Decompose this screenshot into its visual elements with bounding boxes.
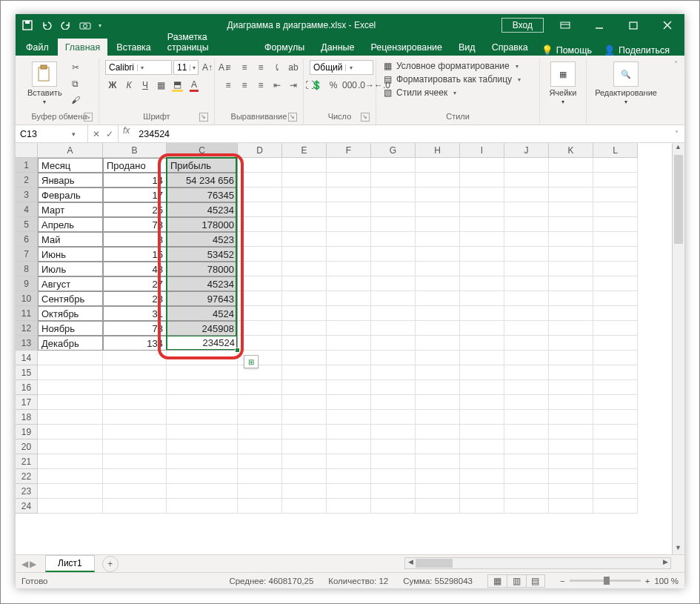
cell[interactable] — [38, 425, 103, 439]
cell[interactable] — [103, 439, 167, 454]
sheet-nav-prev-icon[interactable]: ◀ — [21, 559, 28, 569]
font-name-combo[interactable]: Calibri▾ — [105, 60, 172, 75]
cell[interactable] — [504, 410, 549, 425]
cell[interactable] — [282, 484, 327, 499]
cell[interactable] — [238, 158, 282, 173]
cell[interactable] — [371, 336, 416, 351]
cell[interactable] — [593, 454, 638, 469]
cell[interactable] — [416, 202, 460, 217]
cell[interactable] — [371, 410, 416, 425]
cell[interactable] — [371, 232, 416, 247]
cell[interactable]: Май — [38, 232, 103, 247]
underline-button[interactable]: Ч — [138, 78, 153, 93]
cell[interactable]: Февраль — [38, 187, 103, 202]
row-header[interactable]: 17 — [16, 395, 38, 410]
cell[interactable] — [549, 232, 593, 247]
row-header[interactable]: 12 — [16, 321, 38, 336]
tab-page-layout[interactable]: Разметка страницы — [160, 28, 256, 56]
cell[interactable]: Июнь — [38, 247, 103, 262]
cell[interactable]: 53452 — [167, 247, 238, 262]
cell[interactable] — [549, 469, 593, 484]
cell[interactable] — [504, 351, 549, 365]
cell[interactable] — [38, 499, 103, 514]
cell[interactable] — [371, 217, 416, 232]
cell[interactable] — [103, 351, 167, 365]
wrap-text-icon[interactable]: ab — [286, 60, 301, 75]
number-format-combo[interactable]: Общий▾ — [310, 60, 373, 75]
cell[interactable] — [549, 306, 593, 321]
cell[interactable] — [167, 454, 238, 469]
cell[interactable] — [327, 187, 371, 202]
cell[interactable] — [416, 173, 460, 187]
italic-button[interactable]: К — [121, 78, 136, 93]
font-dialog-launcher[interactable]: ↘ — [199, 113, 208, 122]
new-sheet-button[interactable]: + — [102, 556, 119, 572]
cell[interactable] — [593, 380, 638, 395]
decrease-indent-icon[interactable]: ⇤ — [270, 78, 284, 93]
cell[interactable] — [416, 158, 460, 173]
cell[interactable] — [504, 484, 549, 499]
worksheet-grid[interactable]: ABCDEFGHIJKL1234567891011121314151617181… — [16, 143, 684, 554]
row-header[interactable]: 6 — [16, 232, 38, 247]
cell[interactable] — [460, 425, 504, 439]
cell[interactable] — [371, 262, 416, 276]
camera-icon[interactable] — [79, 19, 91, 31]
cell[interactable] — [38, 351, 103, 365]
row-header[interactable]: 5 — [16, 217, 38, 232]
cell[interactable] — [549, 291, 593, 306]
cell[interactable]: 4523 — [167, 232, 238, 247]
cell[interactable] — [38, 439, 103, 454]
cell[interactable] — [238, 202, 282, 217]
cells-button[interactable]: ▦ Ячейки ▾ — [547, 60, 578, 107]
cell[interactable] — [282, 276, 327, 291]
row-header[interactable]: 2 — [16, 173, 38, 187]
cell[interactable] — [327, 202, 371, 217]
cell[interactable] — [549, 217, 593, 232]
row-header[interactable]: 1 — [16, 158, 38, 173]
cell[interactable] — [460, 187, 504, 202]
align-right-icon[interactable]: ≡ — [253, 78, 268, 93]
cell[interactable] — [327, 380, 371, 395]
cell[interactable] — [103, 395, 167, 410]
cell[interactable] — [371, 484, 416, 499]
cell[interactable] — [238, 187, 282, 202]
cell[interactable] — [460, 484, 504, 499]
cell[interactable] — [460, 158, 504, 173]
cell[interactable] — [416, 336, 460, 351]
cell[interactable] — [282, 306, 327, 321]
cell[interactable] — [167, 395, 238, 410]
cell[interactable] — [460, 232, 504, 247]
cell[interactable] — [504, 187, 549, 202]
row-header[interactable]: 14 — [16, 351, 38, 365]
cell[interactable] — [549, 202, 593, 217]
cell[interactable] — [593, 469, 638, 484]
cell[interactable] — [327, 365, 371, 380]
cell[interactable] — [460, 247, 504, 262]
conditional-formatting-button[interactable]: ▦Условное форматирование▾ — [382, 60, 520, 72]
cell[interactable]: 245908 — [167, 321, 238, 336]
cell[interactable]: Сентябрь — [38, 291, 103, 306]
cell[interactable] — [238, 425, 282, 439]
name-box-dropdown-icon[interactable]: ▾ — [67, 130, 79, 138]
cell[interactable] — [593, 499, 638, 514]
column-header[interactable]: C — [167, 143, 238, 158]
font-color-button[interactable]: A — [187, 78, 201, 93]
cell[interactable] — [103, 410, 167, 425]
cell[interactable] — [238, 395, 282, 410]
vertical-scrollbar[interactable]: ▲▼ — [672, 143, 684, 554]
cell[interactable] — [103, 380, 167, 395]
cell[interactable]: Декабрь — [38, 336, 103, 351]
cell[interactable] — [327, 410, 371, 425]
expand-formula-bar-icon[interactable]: ˅ — [668, 125, 684, 142]
cell[interactable] — [282, 365, 327, 380]
cell[interactable] — [238, 291, 282, 306]
column-header[interactable]: L — [593, 143, 638, 158]
cell[interactable]: 97643 — [167, 291, 238, 306]
tab-data[interactable]: Данные — [313, 39, 361, 56]
cell[interactable] — [593, 202, 638, 217]
zoom-slider[interactable] — [570, 580, 641, 582]
comma-format-icon[interactable]: 000 — [342, 78, 357, 93]
cell[interactable] — [504, 291, 549, 306]
cell[interactable] — [460, 173, 504, 187]
cell[interactable] — [38, 469, 103, 484]
